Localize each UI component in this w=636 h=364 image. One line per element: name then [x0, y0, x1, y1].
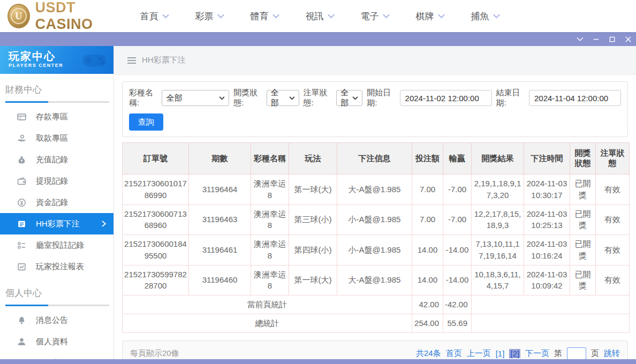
sidebar-item-recharge-record[interactable]: 充值記錄 [0, 149, 113, 170]
cell-play: 第一球(大) [289, 175, 337, 205]
nav-item-video[interactable]: 視訊 [292, 10, 347, 22]
next-page-link[interactable]: 下一页 [525, 348, 549, 359]
brand-name: USDT CASINO [35, 0, 127, 33]
sidebar-item-announcements[interactable]: 消息公告 [0, 309, 113, 331]
end-date-input[interactable] [529, 90, 621, 106]
page-1-link[interactable]: [1] [496, 349, 505, 358]
col-header-draw-status: 開獎狀態 [570, 143, 596, 175]
col-header-order-no: 訂單號 [123, 143, 189, 175]
cell-lottery: 澳洲幸运8 [251, 204, 289, 235]
hamburger-icon[interactable] [127, 57, 137, 64]
cell-amount: 7.00 [412, 175, 443, 205]
col-header-time: 下注時間 [524, 143, 570, 175]
jump-page-input[interactable] [567, 347, 586, 360]
nav-item-lottery[interactable]: 彩票 [182, 10, 237, 22]
brand[interactable]: U USDT CASINO [0, 0, 127, 33]
end-date-label: 結束日期: [496, 88, 525, 108]
order-status-label: 注單狀態: [304, 88, 332, 108]
jump-suffix-label: 页 [591, 348, 599, 359]
top-navigation: 首頁 彩票 體育 視訊 電子 棋牌 捕魚 [127, 10, 636, 22]
cell-period: 31196463 [189, 204, 251, 235]
nav-item-sports[interactable]: 體育 [237, 10, 292, 22]
start-date-input[interactable] [400, 90, 492, 106]
top-header: U USDT CASINO 首頁 彩票 體育 視訊 電子 棋牌 捕魚 [0, 0, 636, 32]
cell-amount: 7.00 [412, 204, 443, 235]
sidebar-item-deposit[interactable]: 存款專區 [0, 106, 113, 127]
page-2-link-current[interactable]: [2] [509, 349, 520, 358]
cell-bet-info: 小-A盤@1.985 [337, 204, 412, 235]
cell-order-no: 2152173060071368960 [123, 204, 189, 235]
nav-item-cards[interactable]: 棋牌 [403, 10, 458, 22]
draw-status-select[interactable]: 全部 [267, 90, 299, 106]
cell-draw-status: 已開獎 [570, 265, 596, 295]
chevron-down-icon[interactable] [572, 32, 588, 46]
cell-winloss: -7.00 [443, 204, 472, 235]
nav-item-slots[interactable]: 電子 [347, 10, 403, 22]
section-title-finance: 財務中心 [0, 74, 113, 101]
col-header-order-status: 注單狀態 [596, 143, 630, 175]
chevron-down-icon [219, 96, 225, 100]
nav-item-fishing[interactable]: 捕魚 [458, 10, 513, 22]
table-row: 2152173060101786990 31196464 澳洲幸运8 第一球(大… [123, 175, 630, 205]
minimize-icon[interactable] [588, 32, 604, 46]
cell-winloss: -14.00 [443, 235, 472, 266]
chevron-down-icon [493, 14, 500, 19]
cell-result: 10,18,3,6,11,4,15,7 [472, 265, 524, 295]
logo-letter: U [11, 8, 27, 24]
sidebar-item-profile[interactable]: 個人資料 [0, 331, 113, 352]
search-button[interactable]: 查詢 [129, 113, 163, 131]
section-title-personal: 個人中心 [0, 277, 113, 305]
sidebar-item-player-bet-report[interactable]: 玩家投注報表 [0, 256, 113, 277]
total-summary-label: 總統計 [123, 314, 412, 332]
first-page-link[interactable]: 首页 [446, 348, 462, 359]
total-summary-amount: 254.00 [412, 314, 443, 332]
col-header-play: 玩法 [289, 143, 337, 175]
cell-order-no: 2152173059978228700 [123, 265, 189, 295]
nav-item-label: 視訊 [306, 10, 324, 22]
cell-order-status: 有效 [596, 235, 630, 266]
sidebar-item-label: 提現記錄 [36, 176, 68, 186]
list-icon [17, 241, 26, 250]
section-divider [5, 305, 109, 306]
cell-period: 31196460 [189, 265, 251, 295]
nav-item-label: 棋牌 [416, 10, 434, 22]
cell-result: 12,2,17,8,15,18,9,3 [472, 204, 524, 235]
lottery-name-select[interactable]: 全部 [162, 90, 229, 106]
sidebar-item-withdraw-record[interactable]: 提現記錄 [0, 170, 113, 192]
cell-order-status: 有效 [596, 265, 630, 295]
sidebar-item-label: 資金記錄 [36, 198, 68, 208]
page-title: HH彩票下注 [142, 55, 186, 65]
jump-prefix-label: 第 [554, 348, 562, 359]
close-icon[interactable] [620, 32, 636, 46]
sidebar-item-withdraw[interactable]: 取款專區 [0, 127, 113, 149]
sidebar-item-funds-record[interactable]: 資金記錄 [0, 192, 113, 213]
jump-button[interactable]: 跳转 [604, 348, 620, 359]
sidebar-item-label: 充值記錄 [36, 155, 68, 165]
prev-page-link[interactable]: 上一页 [467, 348, 491, 359]
nav-item-home[interactable]: 首頁 [127, 10, 182, 22]
order-status-select[interactable]: 全部 [336, 90, 362, 106]
cell-period: 31196464 [189, 175, 251, 205]
wallet-icon [17, 177, 26, 186]
cell-lottery: 澳洲幸运8 [251, 235, 289, 266]
page-summary-winloss: -42.00 [443, 295, 472, 314]
order-status-value: 全部 [340, 88, 349, 108]
maximize-icon[interactable] [604, 32, 620, 46]
page-size-text: 每頁顯示20條 [130, 348, 179, 359]
sidebar-item-hall-bet-record[interactable]: 廳室投註記錄 [0, 234, 113, 256]
moneybag-icon [17, 155, 26, 164]
sidebar-item-label: 存款專區 [36, 112, 68, 122]
sidebar-item-hh-lottery-bets[interactable]: HH彩票下注 [0, 213, 113, 234]
cell-bet-info: 大-A盤@1.985 [337, 175, 412, 205]
brand-logo-icon: U [7, 4, 30, 28]
nav-item-label: 彩票 [195, 10, 214, 22]
page-summary-amount: 42.00 [412, 295, 443, 314]
sidebar-item-label: HH彩票下注 [36, 219, 80, 229]
table-row: 2152173059978228700 31196460 澳洲幸运8 第一球(大… [123, 265, 630, 295]
cell-period: 31196461 [189, 235, 251, 266]
cell-order-no: 2152173060018495500 [123, 235, 189, 266]
draw-status-label: 開獎狀態: [233, 88, 262, 108]
nav-item-label: 首頁 [140, 10, 158, 22]
chevron-down-icon [352, 96, 358, 100]
total-summary-empty [472, 314, 630, 332]
